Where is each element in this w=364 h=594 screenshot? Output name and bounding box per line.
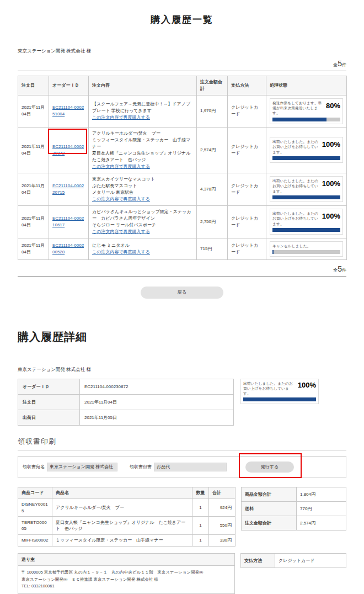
status-box: 出荷いたしました。またのお買い上げをお待ちしています。 100%: [240, 379, 319, 405]
reorder-link[interactable]: この注文内容で再度購入する: [92, 197, 150, 201]
order-id-cell: EC211104-000230872: [49, 127, 89, 173]
status-cell: キャンセルしました。: [266, 238, 347, 259]
progress-bar: [272, 228, 340, 232]
status-text: キャンセルしました。: [272, 243, 339, 248]
payment-method: クレジットカード: [228, 205, 266, 238]
item-qty: 1: [192, 517, 209, 534]
sender-label: 送り主: [18, 553, 235, 565]
order-contents: アクリルキーホルダー/焚火 プー ミッフィースタイル限定・ステッカー 山手線マナ…: [89, 127, 197, 173]
customer-name: 東京ステーション開発 株式会社 様: [18, 48, 346, 55]
order-id-cell: EC211104-000210617: [49, 205, 89, 238]
item-name: アクリルキーホルダー/焚火 プー: [52, 498, 192, 516]
progress-bar: [272, 118, 340, 121]
purchase-history-page: 購入履歴一覧 東京ステーション開発 株式会社 様 全5件 注文日 オーダーＩＤ …: [0, 0, 364, 594]
summary-row: 商品金額合計 1,804円: [242, 487, 346, 501]
ship-date-label: 出荷日: [18, 410, 80, 425]
order-id-cell: EC211104-000251004: [49, 96, 89, 128]
payment-method: クレジットカード: [228, 127, 266, 173]
status-cell: 発送作業をしております。準備が出来次第発送いたします。 80%: [266, 96, 347, 128]
order-id-label: オーダーＩＤ: [18, 379, 80, 394]
summary-row: 注文金額合計 2,574円: [242, 516, 346, 530]
divider: [18, 71, 346, 71]
order-row: 2021年11月04日 EC211104-000200528 にじモ ミニタオル…: [18, 238, 347, 259]
order-total: 715円: [197, 238, 228, 259]
item-total: 550円: [209, 517, 235, 534]
reorder-link[interactable]: この注文内容で再度購入する: [92, 164, 150, 169]
status-box: キャンセルしました。: [270, 241, 343, 257]
progress-percent: 100%: [322, 178, 340, 189]
divider: [18, 276, 346, 277]
col-item-name: 商品名: [52, 487, 192, 498]
receipt-section-title: 領収書印刷: [18, 437, 346, 447]
status-text: 出荷いたしました。またのお買い上げをお待ちしています。: [272, 139, 320, 155]
ship-date-value: 2021年11月05日: [80, 410, 234, 425]
item-qty: 1: [192, 498, 209, 516]
order-id-link[interactable]: EC211104-000210617: [52, 216, 84, 227]
order-id-cell: EC211104-000200528: [49, 238, 89, 259]
progress-bar-fill: [272, 250, 274, 254]
order-contents: にじモ ミニタオル この注文内容で再度購入する: [89, 238, 197, 259]
col-order-id: オーダーＩＤ: [49, 76, 89, 96]
status-cell: 出荷いたしました。またのお買い上げをお待ちしています。 100%: [266, 127, 347, 173]
order-row: 2021年11月04日 EC211104-000210617 カピバラさんキュル…: [18, 205, 347, 238]
order-total: 2,574円: [197, 127, 228, 173]
order-contents: カピバラさんキュルっとショップ限定・ステッカー カピバラさん周年デザイン そらジ…: [89, 205, 197, 238]
item-total: 330円: [209, 534, 235, 546]
order-id-link[interactable]: EC211104-000251004: [52, 105, 84, 116]
progress-bar: [243, 397, 316, 401]
order-id-cell: EC211104-000220715: [49, 173, 89, 205]
item-qty: 1: [192, 534, 209, 546]
col-order-date: 注文日: [18, 76, 49, 96]
order-date-label: 注文日: [18, 394, 80, 410]
sender-table: 送り主 〒 1000005 東京都千代田区 丸の内１－９－１ 丸の内中央ビル１１…: [18, 553, 235, 594]
progress-percent: 100%: [322, 211, 340, 222]
item-code: DISNEY00015: [18, 498, 52, 516]
payment-method: クレジットカード: [228, 96, 266, 128]
order-id-link[interactable]: EC211104-000200528: [52, 243, 84, 254]
order-contents: 東京スカイツリーなマスコット ぶたた駅長マスコット メタリール 東京駅舎 この注…: [89, 173, 197, 205]
progress-percent: 80%: [326, 100, 340, 112]
table-header-row: 商品コード 商品名 数量 合計: [18, 487, 235, 498]
reorder-link[interactable]: この注文内容で再度購入する: [92, 250, 150, 254]
col-item-code: 商品コード: [18, 487, 52, 498]
item-name: ミッフィースタイル限定・ステッカー 山手線マナー: [92, 137, 193, 150]
col-item-qty: 数量: [192, 487, 209, 498]
progress-percent: 100%: [322, 139, 340, 150]
reorder-link[interactable]: この注文内容で再度購入する: [92, 229, 150, 234]
customer-name: 東京ステーション開発 株式会社 様: [18, 367, 346, 373]
order-history-table: 注文日 オーダーＩＤ 注文内容 注文金額合計 支払方法 処理状態 2021年11…: [18, 76, 347, 260]
order-row: 2021年11月04日 EC211104-000230872 アクリルキーホルダ…: [18, 127, 347, 173]
status-box: 出荷いたしました。またのお買い上げをお待ちしています。 100%: [270, 209, 343, 235]
order-date-value: 2021年11月04日: [80, 394, 234, 410]
item-total: 924円: [209, 498, 235, 516]
item-name: アクリルキーホルダー/焚火 プー: [92, 130, 193, 137]
item-code: TERETO00005: [18, 517, 52, 534]
item-name: 夏目友人帳『ニャンコ先生ショップ』オリジナル たこ焼きアート 缶バッジ: [92, 150, 193, 163]
progress-bar-fill: [272, 156, 340, 160]
order-id-link[interactable]: EC211104-000220715: [52, 183, 84, 195]
summary-value: 1,804円: [297, 487, 346, 501]
receipt-addressee-label: 領収書宛名: [23, 464, 45, 470]
table-header-row: 注文日 オーダーＩＤ 注文内容 注文金額合計 支払方法 処理状態: [18, 76, 347, 96]
receipt-note-input[interactable]: [154, 463, 227, 471]
payment-method: クレジットカード: [228, 238, 266, 259]
summary-label: 商品金額合計: [242, 487, 297, 501]
detail-page-title: 購入履歴詳細: [18, 330, 346, 344]
order-row: 2021年11月04日 EC211104-000220715 東京スカイツリーな…: [18, 173, 347, 205]
progress-bar-fill: [272, 228, 340, 232]
order-total: 2,750円: [197, 205, 228, 238]
order-date: 2021年11月04日: [18, 238, 49, 259]
payment-method-value: クレジットカード: [275, 553, 346, 568]
reorder-link[interactable]: この注文内容で再度購入する: [92, 115, 150, 120]
progress-bar-fill: [272, 195, 340, 199]
back-button[interactable]: 戻る: [141, 287, 223, 299]
issue-receipt-button[interactable]: 発行する: [245, 462, 294, 473]
total-count: 全5件: [18, 264, 346, 273]
item-name: 【スクールフェア～元気に登校中！～】ドアノブプレート 学校に行ってきます: [92, 101, 193, 114]
status-text: 出荷いたしました。またのお買い上げをお待ちしています。: [272, 211, 320, 226]
order-id-link[interactable]: EC211104-000230872: [52, 144, 84, 156]
item-code: MIFFIS00002: [18, 534, 52, 546]
item-name: ぶたた駅長マスコット: [92, 183, 193, 189]
receipt-addressee-input[interactable]: [47, 463, 117, 471]
order-date: 2021年11月04日: [18, 127, 49, 173]
